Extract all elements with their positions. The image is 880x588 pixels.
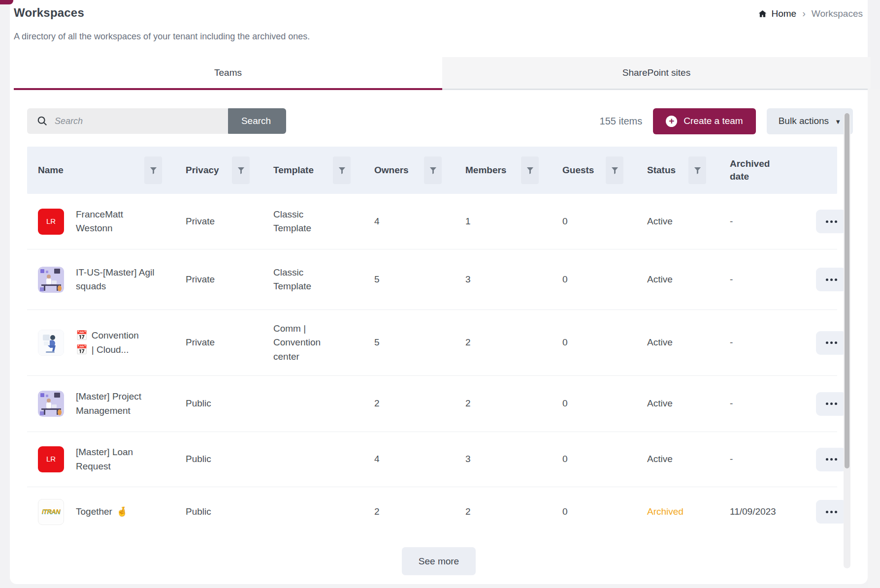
team-name: FranceMatt Westonn xyxy=(76,208,162,236)
template-value: Classic Template xyxy=(262,266,341,294)
archived-date-value: - xyxy=(719,452,805,466)
team-name: [Master] Project Management xyxy=(76,390,162,418)
status-value: Active xyxy=(636,336,719,350)
team-avatar xyxy=(38,330,64,356)
row-actions-button[interactable] xyxy=(816,331,847,355)
team-avatar xyxy=(38,391,64,417)
sidebar-corner-accent xyxy=(0,0,13,4)
status-value: Active xyxy=(636,215,719,229)
owners-value: 5 xyxy=(363,273,455,287)
status-value: Active xyxy=(636,397,719,411)
filter-icon-guests[interactable] xyxy=(606,156,623,184)
privacy-value: Public xyxy=(175,505,262,519)
search-input[interactable] xyxy=(27,116,228,126)
workspaces-card: Workspaces A directory of all the worksp… xyxy=(10,0,868,584)
search-icon xyxy=(37,116,48,128)
table-row: [Master] Project Management Public 2 2 0… xyxy=(27,376,837,432)
filter-icon-privacy[interactable] xyxy=(232,156,250,184)
see-more-button[interactable]: See more xyxy=(402,547,476,575)
row-actions-button[interactable] xyxy=(816,500,847,524)
team-name: [Master] Loan Request xyxy=(76,445,162,473)
archived-date-value: 11/09/2023 xyxy=(719,505,805,519)
status-value: Active xyxy=(636,273,719,287)
owners-value: 2 xyxy=(363,397,455,411)
row-actions-button[interactable] xyxy=(816,268,847,291)
tab-bar: Teams SharePoint sites xyxy=(14,57,871,90)
breadcrumb-home-label: Home xyxy=(771,8,796,19)
members-value: 2 xyxy=(455,336,552,350)
filter-icon-template[interactable] xyxy=(333,156,351,184)
table-header-row: Name Privacy Template Owners Members Gue… xyxy=(27,147,837,194)
table-scrollbar[interactable] xyxy=(844,113,850,568)
members-value: 3 xyxy=(455,273,552,287)
owners-value: 5 xyxy=(363,336,455,350)
column-header-archived-date: Archived date xyxy=(730,157,775,183)
team-name: Together🤞 xyxy=(76,505,128,519)
breadcrumb-home-link[interactable]: Home xyxy=(758,8,796,19)
search-button[interactable]: Search xyxy=(226,108,286,134)
breadcrumb-separator: › xyxy=(802,8,806,19)
filter-icon-members[interactable] xyxy=(521,156,539,184)
owners-value: 2 xyxy=(363,505,455,519)
search-box xyxy=(27,108,228,134)
guests-value: 0 xyxy=(552,215,636,229)
privacy-value: Public xyxy=(175,452,262,466)
tab-teams[interactable]: Teams xyxy=(14,57,442,90)
breadcrumb: Home › Workspaces xyxy=(758,8,863,19)
home-icon xyxy=(758,9,767,18)
owners-value: 4 xyxy=(363,452,455,466)
teams-table: Name Privacy Template Owners Members Gue… xyxy=(27,147,837,536)
privacy-value: Private xyxy=(175,336,262,350)
filter-icon-owners[interactable] xyxy=(424,156,442,184)
members-value: 3 xyxy=(455,452,552,466)
table-scrollbar-thumb[interactable] xyxy=(845,113,849,468)
guests-value: 0 xyxy=(552,336,636,350)
items-count: 155 items xyxy=(600,116,643,127)
template-value: Comm | Convention center xyxy=(262,322,336,364)
create-team-label: Create a team xyxy=(684,116,743,126)
team-name: 📅Convention 📅| Cloud... xyxy=(76,329,139,357)
privacy-value: Public xyxy=(175,397,262,411)
team-avatar xyxy=(38,267,64,293)
column-header-members: Members xyxy=(465,164,506,177)
column-header-guests: Guests xyxy=(562,164,594,177)
members-value: 1 xyxy=(455,215,552,229)
members-value: 2 xyxy=(455,397,552,411)
guests-value: 0 xyxy=(552,452,636,466)
page-subtitle: A directory of all the workspaces of you… xyxy=(14,31,853,42)
owners-value: 4 xyxy=(363,215,455,229)
archived-date-value: - xyxy=(719,215,805,229)
column-header-status: Status xyxy=(647,164,676,177)
page-title: Workspaces xyxy=(14,6,853,20)
row-actions-button[interactable] xyxy=(816,210,847,233)
guests-value: 0 xyxy=(552,273,636,287)
chevron-down-icon: ▼ xyxy=(835,118,841,125)
table-row: iTRAN Together🤞 Public 2 2 0 Archived 11… xyxy=(27,487,837,536)
archived-date-value: - xyxy=(719,273,805,287)
template-value: Classic Template xyxy=(262,208,341,236)
table-row: LR [Master] Loan Request Public 4 3 0 Ac… xyxy=(27,432,837,487)
breadcrumb-current: Workspaces xyxy=(812,8,863,19)
column-header-template: Template xyxy=(273,164,314,177)
row-actions-button[interactable] xyxy=(816,448,847,471)
table-row: LR FranceMatt Westonn Private Classic Te… xyxy=(27,194,837,249)
calendar-icon: 📅 xyxy=(76,329,88,343)
archived-date-value: - xyxy=(719,336,805,350)
calendar-icon: 📅 xyxy=(76,343,88,357)
bulk-actions-label: Bulk actions xyxy=(779,116,829,126)
column-header-owners: Owners xyxy=(374,164,409,177)
filter-icon-name[interactable] xyxy=(144,156,162,184)
guests-value: 0 xyxy=(552,397,636,411)
status-value: Archived xyxy=(636,505,719,519)
table-row: IT-US-[Master] Agil squads Private Class… xyxy=(27,249,837,310)
table-row: 📅Convention 📅| Cloud... Private Comm | C… xyxy=(27,310,837,376)
row-actions-button[interactable] xyxy=(816,392,847,416)
team-avatar: LR xyxy=(38,446,64,472)
page-scrollbar[interactable] xyxy=(868,89,880,588)
bulk-actions-button[interactable]: Bulk actions ▼ xyxy=(767,108,853,134)
toolbar: Search 155 items + Create a team Bulk ac… xyxy=(27,108,853,134)
filter-icon-status[interactable] xyxy=(688,156,706,184)
guests-value: 0 xyxy=(552,505,636,519)
tab-sharepoint-sites[interactable]: SharePoint sites xyxy=(442,57,871,90)
create-team-button[interactable]: + Create a team xyxy=(653,108,755,134)
